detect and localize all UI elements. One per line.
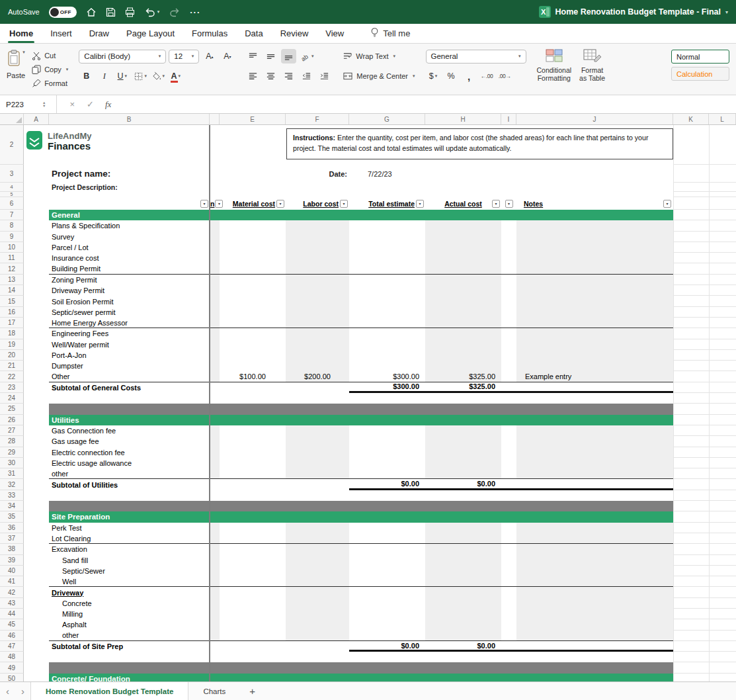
row-header-23[interactable]: 23 [0,382,24,393]
cell[interactable] [709,361,736,371]
cell[interactable] [709,125,736,165]
cell[interactable] [286,533,349,544]
cell[interactable] [501,598,516,609]
project-description-cell[interactable]: Project Description: [49,183,210,192]
italic-button[interactable]: I [97,69,112,83]
cell[interactable] [673,619,709,630]
cell[interactable] [220,296,286,306]
cell[interactable] [709,318,736,328]
cell[interactable] [286,523,349,533]
cell[interactable] [425,425,501,436]
cell[interactable] [709,285,736,296]
cell[interactable] [220,328,286,339]
cell[interactable] [501,339,516,350]
underline-button[interactable]: U▾ [114,69,130,83]
filter-cell-i[interactable]: ▾ [501,197,516,210]
formula-input[interactable] [116,95,736,113]
filter-cell-actual-cost[interactable]: Actual cost ▾ [425,197,501,210]
cell[interactable] [49,192,210,197]
cell[interactable] [286,183,349,192]
cell[interactable] [516,425,673,436]
cell[interactable] [286,296,349,306]
cell[interactable]: Zoning Permit [49,275,210,285]
cell[interactable] [501,587,516,597]
cell[interactable] [673,350,709,361]
cell[interactable] [349,425,425,436]
row-header-16[interactable]: 16 [0,307,24,318]
cell[interactable] [709,490,736,501]
cell[interactable]: $325.00 [425,382,501,393]
row-header-21[interactable]: 21 [0,361,24,371]
cell[interactable] [349,275,425,285]
cell[interactable] [286,555,349,566]
cell[interactable] [673,458,709,468]
cell[interactable] [673,307,709,318]
cell[interactable] [220,232,286,242]
cell[interactable] [425,296,501,306]
tab-insert[interactable]: Insert [50,24,72,43]
cell[interactable] [516,555,673,566]
cell[interactable] [501,382,516,393]
cell[interactable] [501,350,516,361]
cell[interactable] [673,609,709,619]
cell[interactable] [673,220,709,231]
sheet-tab-home-renovation[interactable]: Home Renovation Budget Template [30,682,188,700]
cell[interactable] [286,576,349,587]
cell[interactable] [516,641,673,652]
row-header-19[interactable]: 19 [0,339,24,350]
cell[interactable] [516,576,673,587]
font-color-button[interactable]: A ▾ [168,69,183,83]
filter-button[interactable]: ▾ [276,200,284,208]
cell[interactable] [349,350,425,361]
cell[interactable] [516,523,673,533]
cell[interactable] [501,576,516,587]
cell[interactable] [501,393,516,404]
cell[interactable] [673,425,709,436]
cell[interactable]: Milling [49,609,210,619]
cell[interactable]: Well [49,576,210,587]
cell[interactable] [286,318,349,328]
cell[interactable] [501,479,516,490]
increase-decimal-button[interactable]: ←.00 [479,69,495,83]
cell[interactable] [24,598,49,609]
cell[interactable] [501,555,516,566]
cell[interactable] [24,183,49,192]
cell[interactable] [516,318,673,328]
cell[interactable] [24,404,49,414]
cell[interactable] [709,253,736,263]
cell[interactable] [220,242,286,253]
cell[interactable] [673,242,709,253]
cell[interactable] [210,393,220,404]
cell[interactable] [220,183,286,192]
cell[interactable] [286,490,349,501]
cell[interactable] [425,631,501,641]
cell[interactable]: Electric usage allowance [49,458,210,468]
cell[interactable] [673,192,709,197]
cell[interactable] [501,328,516,339]
cell[interactable] [516,242,673,253]
cell[interactable]: Building Permit [49,263,210,274]
cell[interactable] [24,393,49,404]
cell[interactable] [501,318,516,328]
cell[interactable] [210,339,220,350]
cell[interactable] [220,361,286,371]
cell[interactable] [425,285,501,296]
cell[interactable] [501,619,516,630]
cell[interactable] [286,339,349,350]
cell[interactable] [501,652,516,662]
cell[interactable] [220,458,286,468]
cell[interactable] [286,598,349,609]
cell[interactable] [709,447,736,458]
cell[interactable] [220,490,286,501]
cell[interactable] [24,501,49,511]
cell[interactable] [673,296,709,306]
cell[interactable]: $325.00 [425,371,501,382]
style-calculation[interactable]: Calculation [671,67,729,81]
cell[interactable] [709,652,736,662]
document-title[interactable]: Home Renovation Budget Template - Final [555,7,721,17]
cell[interactable] [425,361,501,371]
cell[interactable] [210,361,220,371]
increase-font-size-button[interactable]: A▴ [202,49,217,64]
cell[interactable] [349,242,425,253]
filter-button[interactable]: ▾ [215,200,223,208]
